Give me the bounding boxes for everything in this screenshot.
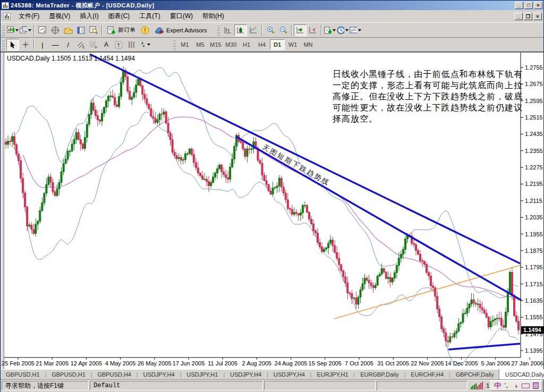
ime-tone-icon[interactable]: ’。 — [504, 382, 511, 389]
timeframe-h4[interactable]: H4 — [254, 39, 269, 50]
tab-eurchf-h4-9[interactable]: EURCHF,H4 — [405, 370, 449, 379]
toolbar-grip[interactable] — [2, 25, 5, 36]
periods-button[interactable] — [336, 24, 349, 36]
zoom-in-button[interactable] — [264, 24, 277, 36]
fibonacci-button[interactable]: F — [87, 39, 100, 50]
menu-tools[interactable]: 工具(T) — [134, 10, 165, 22]
expert-advisors-button[interactable]: Expert Advisors — [151, 24, 210, 36]
tab-gbpusd-h4-2[interactable]: GBPUSD,H4 — [92, 370, 137, 379]
mdi-minimize-button[interactable]: _ — [514, 13, 523, 20]
title-bar[interactable]: 245388: MetaTrader - 模拟帐户 - [USDCAD,Dail… — [1, 1, 543, 10]
expert-advisors-label: Expert Advisors — [166, 27, 207, 33]
auto-scroll-button[interactable] — [294, 24, 307, 36]
timeframe-m30[interactable]: M30 — [224, 39, 239, 50]
mdi-close-button[interactable]: × — [533, 13, 542, 20]
crosshair-button[interactable] — [49, 24, 62, 36]
toolbar-grip[interactable] — [217, 25, 220, 36]
vertical-line-icon: | — [41, 41, 43, 48]
timeframe-m15[interactable]: M15 — [208, 39, 223, 50]
dropdown-arrow-icon — [28, 29, 31, 31]
tab-usdcad-daily-11[interactable]: USDCAD,Daily — [499, 369, 544, 379]
timeframe-w1[interactable]: W1 — [285, 39, 300, 50]
connection-bars-icon — [471, 382, 483, 389]
tab-usdjpy-h4-6[interactable]: USDJPY,H4 — [268, 370, 310, 379]
tab-eurgbp-daily-8[interactable]: EURGBP,Daily — [355, 370, 404, 379]
chart-window-icon[interactable] — [3, 13, 11, 20]
ime-chinese-icon[interactable]: 中 — [494, 381, 501, 390]
timeframe-m1[interactable]: M1 — [177, 39, 192, 50]
indicators-button[interactable] — [324, 24, 336, 36]
tab-eurjpy-h1-7[interactable]: EURJPY,H1 — [311, 370, 353, 379]
candlestick-chart-button[interactable] — [234, 24, 247, 36]
new-chart-button[interactable] — [6, 24, 19, 36]
profiles-button[interactable] — [19, 24, 32, 36]
zoom-out-button[interactable] — [277, 24, 290, 36]
cursor-button[interactable] — [6, 39, 19, 50]
timeframe-d1[interactable]: D1 — [270, 39, 285, 50]
ime-menu-icon[interactable] — [533, 382, 539, 389]
text-button[interactable]: A — [100, 39, 113, 50]
toolbar-grip[interactable] — [2, 39, 5, 50]
menu-window[interactable]: 窗口(W) — [165, 10, 198, 22]
mdi-restore-button[interactable]: ❐ — [524, 13, 532, 20]
tab-usdjpy-h1-4[interactable]: USDJPY,H1 — [181, 370, 223, 379]
tab-usdjpy-h4-5[interactable]: USDJPY,H4 — [225, 370, 267, 379]
ime-language-bar[interactable]: 中 ’。 ◗ — [490, 380, 542, 391]
svg-text:1.1635: 1.1635 — [525, 297, 543, 304]
equidistant-channel-button[interactable]: E — [74, 39, 87, 50]
svg-text:1.2675: 1.2675 — [525, 81, 543, 87]
horizontal-line-button[interactable]: — — [49, 39, 62, 50]
menu-file[interactable]: 文件(F) — [14, 10, 44, 22]
timeframe-mn[interactable]: MN — [301, 39, 316, 50]
toolbar-grip[interactable] — [173, 39, 176, 50]
svg-text:11 Jul 2005: 11 Jul 2005 — [208, 360, 237, 367]
menu-view[interactable]: 显视(V) — [44, 10, 75, 22]
tab-usdjpy-h4-3[interactable]: USDJPY,H4 — [138, 370, 180, 379]
horizontal-line-icon: — — [52, 41, 59, 48]
chart-shift-button[interactable] — [307, 24, 319, 36]
vertical-line-button[interactable]: | — [36, 39, 49, 50]
svg-text:1.2515: 1.2515 — [525, 114, 543, 121]
bar-chart-button[interactable] — [222, 24, 234, 36]
tab-gbpchf-daily-10[interactable]: GBPCHF,Daily — [450, 370, 499, 379]
text-icon: A — [104, 41, 108, 48]
text-label-button[interactable]: T — [113, 39, 125, 50]
downtrend-line-lower[interactable] — [236, 137, 521, 300]
ime-keyboard-icon[interactable] — [522, 384, 530, 388]
trendline-button[interactable]: / — [62, 39, 74, 50]
menu-charts[interactable]: 图表(C) — [104, 10, 135, 22]
line-chart-button[interactable] — [247, 24, 260, 36]
menu-insert[interactable]: 插入(I) — [75, 10, 103, 22]
svg-text:22 Nov 2005: 22 Nov 2005 — [411, 360, 444, 367]
timeframe-m5[interactable]: M5 — [193, 39, 208, 50]
templates-button[interactable] — [349, 24, 362, 36]
favorites-button[interactable] — [62, 24, 74, 36]
timeframe-h1[interactable]: H1 — [239, 39, 254, 50]
menu-help[interactable]: 帮助(H) — [198, 10, 229, 22]
app-icon — [2, 2, 9, 9]
cycle-lines-button[interactable] — [125, 39, 138, 50]
maximize-button[interactable]: □ — [524, 2, 533, 9]
close-button[interactable]: × — [534, 2, 542, 9]
svg-text:1.2435: 1.2435 — [525, 131, 543, 137]
metatrader-window: 245388: MetaTrader - 模拟帐户 - [USDCAD,Dail… — [0, 0, 544, 392]
alert-button[interactable]: ! — [139, 24, 151, 36]
separator — [291, 25, 292, 36]
market-watch-button[interactable] — [74, 24, 87, 36]
new-order-button[interactable]: 新订单 — [104, 24, 139, 36]
tab-gbpusd-h1-0[interactable]: GBPUSD,H1 — [1, 370, 45, 379]
dropdown-arrow-icon — [345, 29, 348, 31]
data-window-button[interactable] — [87, 24, 100, 36]
separator — [261, 25, 262, 36]
tab-gbpusd-h1-1[interactable]: GBPUSD,H1 — [46, 370, 91, 379]
minimize-button[interactable]: _ — [515, 2, 523, 9]
ime-moon-icon[interactable]: ◗ — [514, 382, 518, 390]
crosshair-tool-button[interactable] — [19, 39, 32, 50]
tick-chart-button[interactable] — [36, 24, 49, 36]
chart-tab-bar: GBPUSD,H1|GBPUSD,H1|GBPUSD,H4|USDJPY,H4|… — [1, 369, 543, 379]
blue-support-line[interactable] — [448, 344, 520, 350]
chart-area[interactable]: 天图短期下跌趋势线1.27551.26751.25951.25151.24351… — [1, 52, 543, 369]
svg-text:1.2275: 1.2275 — [525, 164, 543, 171]
arrows-button[interactable] — [138, 39, 151, 50]
analysis-note: 日线收小黑锤子线，由于前低点和布林线下轨有一定的支撑，形态上看有可能与此筑底而向… — [333, 69, 523, 124]
